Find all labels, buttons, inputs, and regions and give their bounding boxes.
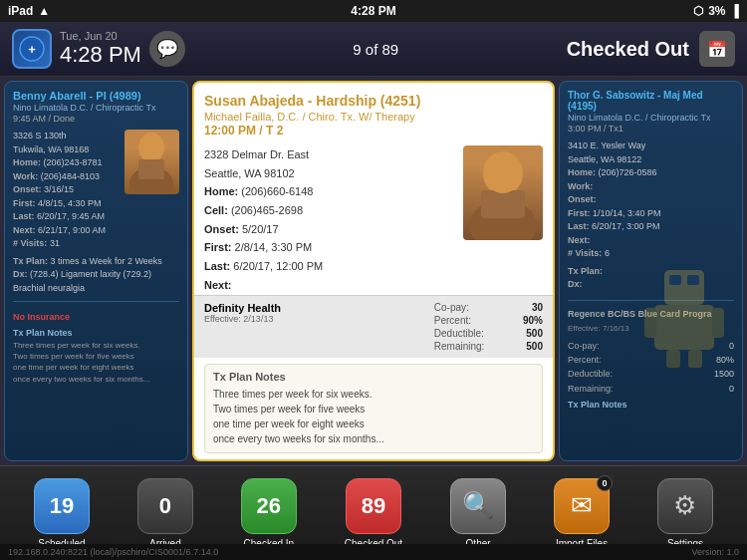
center-patient-provider: Michael Failla, D.C. / Chiro. Tx. W/ The… bbox=[204, 111, 543, 123]
checked-in-count: 26 bbox=[257, 493, 281, 519]
app-logo: + bbox=[12, 29, 52, 69]
header-time: 4:28 PM bbox=[60, 42, 141, 68]
left-patient-provider: Nino Limatola D.C. / Chiropractic Tx bbox=[13, 103, 179, 113]
checked-out-status: Checked Out bbox=[567, 38, 689, 61]
svg-rect-15 bbox=[666, 350, 680, 368]
patient-card-center[interactable]: Susan Abajeda - Hardship (4251) Michael … bbox=[192, 81, 555, 461]
other-icon: 🔍 bbox=[450, 478, 506, 534]
center-insurance-section: Definity Health Effective: 2/13/13 Co-pa… bbox=[194, 295, 553, 358]
left-insurance: No Insurance bbox=[13, 301, 179, 324]
scheduled-count: 19 bbox=[50, 493, 74, 519]
svg-rect-16 bbox=[688, 350, 702, 368]
svg-point-8 bbox=[485, 153, 521, 193]
center-patient-header: Susan Abajeda - Hardship (4251) Michael … bbox=[204, 93, 543, 145]
arrived-icon: 0 bbox=[137, 478, 193, 534]
battery-label: 3% bbox=[708, 4, 725, 18]
center-patient-name: Susan Abajeda - Hardship (4251) bbox=[204, 93, 543, 109]
right-patient-time: 3:00 PM / Tx1 bbox=[568, 124, 734, 134]
robot-illustration bbox=[634, 250, 734, 370]
right-patient-provider: Nino Limatola D.C. / Chiropractic Tx bbox=[568, 113, 734, 123]
svg-rect-7 bbox=[481, 190, 525, 218]
dock-checked-out[interactable]: 89 Checked Out bbox=[345, 478, 402, 549]
svg-point-2 bbox=[138, 133, 164, 162]
left-patient-time: 9:45 AM / Done bbox=[13, 114, 179, 124]
bluetooth-icon: ⬡ bbox=[693, 4, 703, 18]
status-bar: iPad ▲ 4:28 PM ⬡ 3% ▐ bbox=[0, 0, 747, 22]
checked-out-icon: 89 bbox=[346, 478, 401, 534]
dock-arrived[interactable]: 0 Arrived bbox=[137, 478, 193, 549]
main-content: Benny Abarell - PI (4989) Nino Limatola … bbox=[0, 77, 747, 465]
version-label: Version: 1.0 bbox=[691, 547, 739, 557]
patient-card-right[interactable]: Thor G. Sabsowitz - Maj Med (4195) Nino … bbox=[559, 81, 743, 461]
left-tx-notes: Tx Plan Notes Three times per week for s… bbox=[13, 328, 179, 385]
center-patient-photo bbox=[463, 145, 543, 240]
right-patient-info: 3410 E. Yesler Way Seattle, WA 98122 Hom… bbox=[568, 140, 734, 261]
calendar-toggle-button[interactable]: 📅 bbox=[699, 31, 735, 67]
svg-rect-10 bbox=[669, 275, 681, 285]
right-tx-notes: Tx Plan Notes bbox=[568, 400, 734, 410]
footer-bar: 192.168.0.240:8221 (local)/pschiro/CIS00… bbox=[0, 544, 747, 560]
import-files-badge: 0 bbox=[597, 475, 613, 491]
dock-settings[interactable]: ⚙ Settings bbox=[657, 478, 713, 549]
svg-text:+: + bbox=[28, 42, 36, 57]
dock-other[interactable]: 🔍 Other bbox=[450, 478, 506, 549]
left-patient-name: Benny Abarell - PI (4989) bbox=[13, 90, 179, 102]
message-button[interactable]: 💬 bbox=[149, 31, 185, 67]
patient-card-left[interactable]: Benny Abarell - PI (4989) Nino Limatola … bbox=[4, 81, 188, 461]
svg-rect-4 bbox=[138, 159, 164, 179]
checked-out-count: 89 bbox=[362, 493, 385, 519]
right-ins-remaining: Remaining:0 bbox=[568, 382, 734, 396]
import-files-icon: ✉ 0 bbox=[554, 478, 610, 534]
dock-import-files[interactable]: ✉ 0 Import Files bbox=[554, 478, 610, 549]
header-bar: + Tue, Jun 20 4:28 PM 💬 9 of 89 Checked … bbox=[0, 22, 747, 77]
dock-checked-in[interactable]: 26 Checked In bbox=[241, 478, 297, 549]
center-tx-notes: Tx Plan Notes Three times per week for s… bbox=[204, 364, 543, 453]
carrier-label: iPad bbox=[8, 4, 33, 18]
svg-rect-12 bbox=[654, 305, 714, 350]
settings-icon: ⚙ bbox=[657, 478, 713, 534]
checked-in-icon: 26 bbox=[241, 478, 297, 534]
dock-scheduled[interactable]: 19 Scheduled bbox=[34, 478, 90, 549]
left-tx-plan: Tx Plan: 3 times a Week for 2 Weeks Dx: … bbox=[13, 255, 179, 296]
record-position: 9 of 89 bbox=[353, 41, 398, 58]
svg-rect-9 bbox=[664, 270, 704, 305]
right-patient-name: Thor G. Sabsowitz - Maj Med (4195) bbox=[568, 90, 734, 112]
svg-rect-11 bbox=[687, 275, 699, 285]
status-time: 4:28 PM bbox=[351, 4, 395, 18]
arrived-count: 0 bbox=[159, 493, 171, 519]
center-insurance-grid: Co-pay:30 Percent:90% Deductible:500 Rem… bbox=[434, 302, 543, 352]
battery-icon: ▐ bbox=[730, 4, 739, 18]
scheduled-icon: 19 bbox=[34, 478, 90, 534]
left-patient-photo bbox=[124, 130, 179, 194]
center-patient-time: 12:00 PM / T 2 bbox=[204, 124, 543, 138]
header-date: Tue, Jun 20 bbox=[60, 30, 141, 42]
server-address: 192.168.0.240:8221 (local)/pschiro/CIS00… bbox=[8, 547, 218, 557]
svg-rect-14 bbox=[712, 308, 724, 338]
svg-rect-13 bbox=[644, 308, 656, 338]
wifi-icon: ▲ bbox=[38, 4, 50, 18]
center-insurance-name: Definity Health bbox=[204, 302, 281, 314]
